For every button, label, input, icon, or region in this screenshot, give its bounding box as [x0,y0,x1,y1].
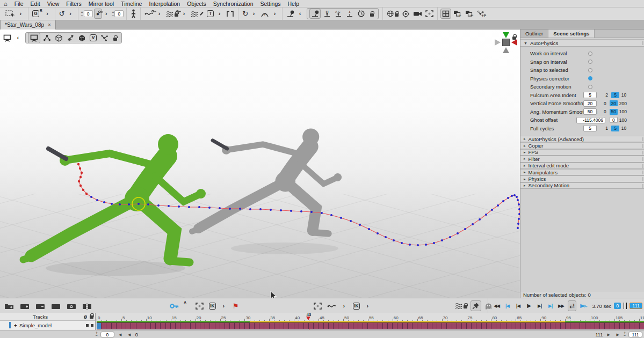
menu-synchronization[interactable]: Synchronization [213,1,254,7]
ik-box-icon[interactable]: IK [352,300,361,311]
section-secondary-motion[interactable]: ▸Secondary Motion [520,182,644,189]
frame-cell[interactable] [225,323,230,329]
chevron-right-icon[interactable]: › [216,9,224,19]
full-cycles-input[interactable] [583,125,597,131]
point-controller-icon[interactable] [285,9,295,19]
trajectory-point[interactable] [433,242,435,244]
preset-10[interactable]: 10 [620,126,628,131]
frame-cell[interactable] [590,323,595,329]
trajectory-point[interactable] [178,205,180,208]
frame-cell[interactable] [319,323,323,329]
trajectory-point[interactable] [511,195,513,197]
trajectory-point[interactable] [497,204,499,207]
frame-cell[interactable] [600,323,605,329]
chevron-right-icon[interactable]: › [103,9,111,19]
frame-cell[interactable] [299,323,304,329]
frame-cell[interactable] [511,323,516,329]
preset-50[interactable]: 50 [610,109,618,115]
frame-cell[interactable] [462,323,467,329]
trajectory-point[interactable] [239,208,241,210]
global-lock-icon[interactable] [386,9,400,19]
frame-cell[interactable] [555,323,560,329]
trajectories-lock-icon[interactable] [165,9,179,19]
trajectory-point[interactable] [111,203,113,205]
frame-cell[interactable] [496,323,501,329]
frame-cell[interactable] [408,323,413,329]
frame-cell[interactable] [156,323,161,329]
trajectory-point[interactable] [229,208,231,210]
3d-viewport[interactable]: ‹V [0,30,520,298]
camera-icon[interactable] [412,9,423,19]
trajectory-point[interactable] [485,214,487,216]
add-physics-icon[interactable]: +P [476,9,488,19]
track-name[interactable]: Simple_model [19,322,52,328]
trajectory-point[interactable] [138,203,140,205]
preset-10[interactable]: 10 [620,92,628,98]
frame-cell[interactable] [437,323,442,329]
gizmo-center[interactable] [502,39,510,46]
trajectory-point[interactable] [188,206,190,208]
ghost-offset-input[interactable] [576,117,605,123]
lock-icon[interactable] [111,33,119,43]
frame-cell[interactable] [205,323,210,329]
rig-graph-icon[interactable] [99,33,110,43]
prev-key-icon[interactable]: |◀ [503,300,511,311]
zoom-stepper-icon[interactable]: +− [96,332,98,337]
frame-cell[interactable] [388,323,393,329]
track-toggle-b[interactable] [91,324,93,327]
trajectory-point[interactable] [128,203,130,205]
preset-1[interactable]: 1 [603,126,611,131]
track-solid-icon[interactable] [50,300,62,311]
tab-outliner[interactable]: Outliner [520,30,548,38]
chevron-right-icon[interactable]: › [44,9,52,19]
frame-cell[interactable] [255,323,259,329]
frame-cell[interactable] [378,323,383,329]
trajectory-point[interactable] [385,236,387,238]
flag-icon[interactable]: ⚑ [231,300,240,311]
track-row[interactable]: + Simple_model [0,321,95,329]
frame-cell[interactable] [309,323,314,329]
section-autophysics[interactable]: ▼ AutoPhysics [520,39,644,47]
copy-add-icon[interactable]: + [452,9,463,19]
trajectory-start-point[interactable] [85,193,88,195]
frame-cell[interactable] [541,323,546,329]
preset-20[interactable]: 20 [610,100,618,106]
stepper-icon[interactable]: +− [112,11,114,17]
trajectory-point[interactable] [280,209,282,211]
ang-momentum-smoothness-input[interactable] [583,108,597,115]
frame-cell[interactable] [289,323,294,329]
scroll-end-input[interactable] [628,332,642,337]
trajectory-point[interactable] [449,236,451,238]
work-on-interval-toggle[interactable] [588,52,592,56]
tween-machine-icon[interactable]: T [206,9,215,19]
frame-cell[interactable] [171,323,176,329]
frame-cell[interactable] [506,323,511,329]
rewind-icon[interactable]: ◀◀ [493,300,501,311]
pin-icon[interactable] [471,300,481,311]
frame-cell[interactable] [442,323,447,329]
menu-view[interactable]: View [47,1,60,7]
gizmo-down-axis[interactable] [503,47,509,53]
trajectory-point[interactable] [425,244,427,246]
trajectory-point[interactable] [377,232,379,234]
frame-cell[interactable] [457,323,462,329]
trajectory-point[interactable] [147,203,149,205]
trajectory-point[interactable] [516,196,518,198]
frame-cell[interactable] [245,323,250,329]
frame-cell[interactable] [383,323,388,329]
focus-icon[interactable] [424,9,435,19]
interpolation-point-icon[interactable]: ● [94,9,102,19]
marker-add-icon[interactable] [66,300,77,311]
frame-cell[interactable] [363,323,368,329]
rotation-tool-icon[interactable]: ↺ [58,9,66,19]
frame-cell[interactable] [196,323,200,329]
frame-cell[interactable] [185,323,190,329]
trajectory-start-point[interactable] [82,189,84,191]
trajectory-point[interactable] [168,205,170,207]
ghost-after-counter-input[interactable] [114,10,124,17]
chevron-right-icon[interactable]: › [156,9,164,19]
frame-cell[interactable] [566,323,570,329]
frame-cell[interactable] [166,323,171,329]
section-fps[interactable]: ▸FPS [520,149,644,156]
solid-cube-icon[interactable] [77,33,87,43]
